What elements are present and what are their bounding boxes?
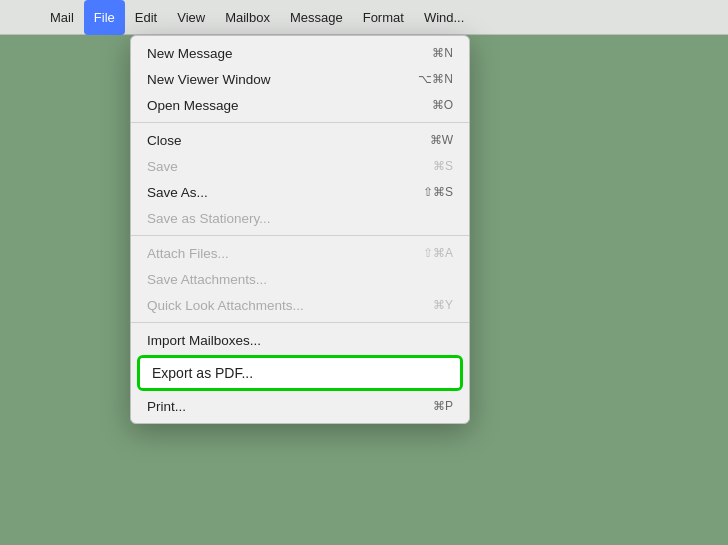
save-as-shortcut: ⇧⌘S xyxy=(423,185,453,199)
menu-item-save-attachments: Save Attachments... xyxy=(131,266,469,292)
import-mailboxes-label: Import Mailboxes... xyxy=(147,333,453,348)
menu-item-new-viewer[interactable]: New Viewer Window ⌥⌘N xyxy=(131,66,469,92)
save-stationery-label: Save as Stationery... xyxy=(147,211,453,226)
menu-item-new-message[interactable]: New Message ⌘N xyxy=(131,40,469,66)
separator-3 xyxy=(131,322,469,323)
quick-look-shortcut: ⌘Y xyxy=(433,298,453,312)
menu-item-export-pdf[interactable]: Export as PDF... xyxy=(140,358,460,388)
menu-item-open-message[interactable]: Open Message ⌘O xyxy=(131,92,469,118)
menubar: Mail File Edit View Mailbox Message Form… xyxy=(0,0,728,35)
menubar-item-edit[interactable]: Edit xyxy=(125,0,167,35)
save-attachments-label: Save Attachments... xyxy=(147,272,453,287)
separator-1 xyxy=(131,122,469,123)
save-label: Save xyxy=(147,159,433,174)
close-label: Close xyxy=(147,133,430,148)
attach-files-label: Attach Files... xyxy=(147,246,423,261)
export-pdf-label: Export as PDF... xyxy=(152,365,448,381)
menu-item-print[interactable]: Print... ⌘P xyxy=(131,393,469,419)
attach-files-shortcut: ⇧⌘A xyxy=(423,246,453,260)
print-shortcut: ⌘P xyxy=(433,399,453,413)
separator-2 xyxy=(131,235,469,236)
quick-look-label: Quick Look Attachments... xyxy=(147,298,433,313)
save-as-label: Save As... xyxy=(147,185,423,200)
menubar-item-mailbox[interactable]: Mailbox xyxy=(215,0,280,35)
open-message-shortcut: ⌘O xyxy=(432,98,453,112)
apple-menu[interactable] xyxy=(8,0,36,35)
new-message-label: New Message xyxy=(147,46,432,61)
menubar-item-mail[interactable]: Mail xyxy=(40,0,84,35)
close-shortcut: ⌘W xyxy=(430,133,453,147)
menu-item-import-mailboxes[interactable]: Import Mailboxes... xyxy=(131,327,469,353)
save-shortcut: ⌘S xyxy=(433,159,453,173)
new-message-shortcut: ⌘N xyxy=(432,46,453,60)
export-highlight-box: Export as PDF... xyxy=(137,355,463,391)
open-message-label: Open Message xyxy=(147,98,432,113)
print-label: Print... xyxy=(147,399,433,414)
menu-item-attach-files: Attach Files... ⇧⌘A xyxy=(131,240,469,266)
menu-item-save: Save ⌘S xyxy=(131,153,469,179)
menu-item-quick-look: Quick Look Attachments... ⌘Y xyxy=(131,292,469,318)
menubar-item-window[interactable]: Wind... xyxy=(414,0,474,35)
file-menu-dropdown: New Message ⌘N New Viewer Window ⌥⌘N Ope… xyxy=(130,35,470,424)
menubar-item-message[interactable]: Message xyxy=(280,0,353,35)
new-viewer-shortcut: ⌥⌘N xyxy=(418,72,453,86)
menubar-item-format[interactable]: Format xyxy=(353,0,414,35)
menu-item-save-stationery: Save as Stationery... xyxy=(131,205,469,231)
menu-item-close[interactable]: Close ⌘W xyxy=(131,127,469,153)
menubar-item-view[interactable]: View xyxy=(167,0,215,35)
menubar-item-file[interactable]: File xyxy=(84,0,125,35)
new-viewer-label: New Viewer Window xyxy=(147,72,418,87)
menu-item-save-as[interactable]: Save As... ⇧⌘S xyxy=(131,179,469,205)
